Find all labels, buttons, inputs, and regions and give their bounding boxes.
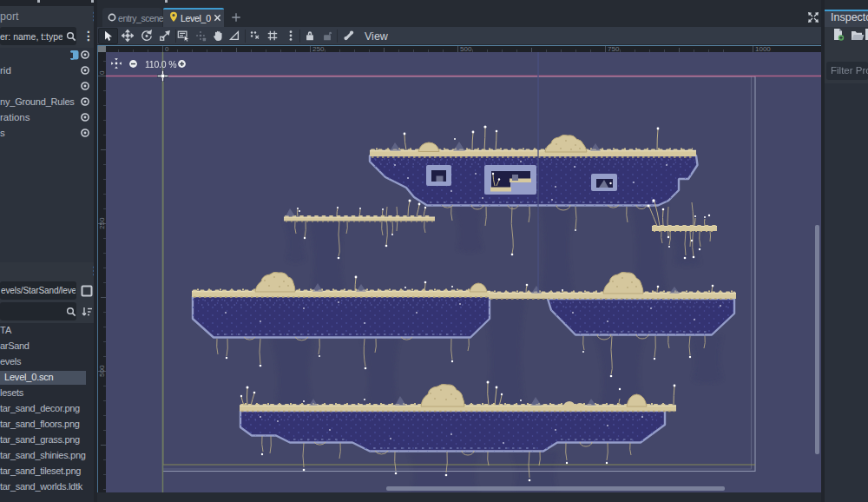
svg-text:250: 250 bbox=[312, 45, 325, 52]
svg-text:250: 250 bbox=[98, 217, 106, 229]
svg-text:750: 750 bbox=[608, 45, 620, 52]
svg-text:1000: 1000 bbox=[755, 45, 771, 52]
svg-text:0: 0 bbox=[98, 70, 106, 75]
svg-text:500: 500 bbox=[460, 45, 472, 52]
svg-text:500: 500 bbox=[98, 365, 106, 377]
svg-text:0: 0 bbox=[165, 45, 169, 52]
